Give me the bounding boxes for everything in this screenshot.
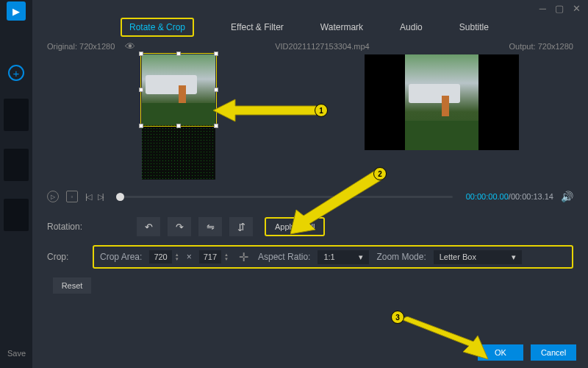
crop-width-input[interactable]: 720: [149, 250, 171, 263]
add-media-button[interactable]: +: [8, 65, 24, 81]
annotation-arrow: [290, 169, 386, 236]
editor-tabs: Rotate & Crop Effect & Filter Watermark …: [32, 16, 588, 38]
crop-area-label: Crop Area:: [100, 252, 142, 262]
rotate-left-button[interactable]: ↶: [137, 217, 160, 236]
rotation-label: Rotation:: [47, 222, 85, 232]
play-button[interactable]: ▷: [47, 191, 59, 202]
cancel-button[interactable]: Cancel: [531, 344, 576, 361]
filename-label: VID20211127153304.mp4: [275, 42, 369, 51]
center-crop-icon[interactable]: ✛: [236, 250, 251, 264]
crop-handle[interactable]: [214, 52, 218, 56]
crop-selection-box[interactable]: [140, 53, 217, 127]
times-label: ×: [187, 252, 192, 262]
timeline-slot[interactable]: [4, 99, 29, 131]
tab-rotate-crop[interactable]: Rotate & Crop: [121, 18, 194, 37]
prev-frame-button[interactable]: |◁: [85, 192, 90, 202]
seek-thumb[interactable]: [116, 193, 124, 201]
svg-marker-1: [290, 169, 384, 234]
zoom-mode-select[interactable]: Letter Box▾: [434, 250, 522, 264]
crop-label: Crop:: [47, 252, 85, 262]
minimize-icon[interactable]: ─: [539, 3, 546, 14]
annotation-badge-1: 1: [315, 104, 328, 117]
zoom-mode-label: Zoom Mode:: [376, 252, 426, 262]
stepper-icon[interactable]: ▲▼: [175, 252, 179, 261]
crop-handle[interactable]: [214, 88, 218, 92]
tab-audio[interactable]: Audio: [400, 22, 423, 32]
rotate-right-button[interactable]: ↷: [168, 217, 191, 236]
left-sidebar: ▶ + Save: [0, 0, 32, 368]
tab-watermark[interactable]: Watermark: [320, 22, 363, 32]
timeline-slot[interactable]: [4, 199, 29, 231]
annotation-badge-2: 2: [373, 167, 387, 180]
aspect-ratio-label: Aspect Ratio:: [258, 252, 310, 262]
crop-handle[interactable]: [139, 52, 143, 56]
output-dimensions: Output: 720x1280: [509, 42, 573, 51]
svg-marker-2: [401, 316, 488, 359]
output-preview: [310, 54, 573, 183]
window-controls: ─ ▢ ✕: [32, 0, 588, 16]
video-frame-image: [142, 125, 215, 180]
preview-eye-icon[interactable]: 👁: [125, 40, 135, 52]
crop-handle[interactable]: [139, 88, 143, 92]
annotation-badge-3: 3: [391, 311, 404, 324]
time-display: 00:00:00.00/00:00:13.14: [466, 192, 553, 201]
chevron-down-icon: ▾: [512, 252, 516, 262]
info-bar: Original: 720x1280 👁 VID20211127153304.m…: [32, 38, 588, 54]
stepper-icon[interactable]: ▲▼: [224, 252, 229, 261]
reset-button[interactable]: Reset: [53, 277, 91, 294]
next-frame-button[interactable]: ▷|: [98, 192, 103, 202]
original-dimensions: Original: 720x1280: [47, 42, 115, 51]
flip-vertical-button[interactable]: ⇵: [229, 217, 253, 236]
tab-effect-filter[interactable]: Effect & Filter: [231, 22, 284, 32]
aspect-ratio-select[interactable]: 1:1▾: [318, 250, 369, 264]
annotation-arrow: [213, 96, 316, 125]
crop-handle[interactable]: [176, 52, 181, 56]
stop-button[interactable]: ▫: [66, 191, 78, 202]
close-icon[interactable]: ✕: [573, 3, 581, 14]
annotation-arrow: [401, 316, 490, 361]
seek-track[interactable]: [116, 196, 453, 198]
crop-handle[interactable]: [176, 124, 181, 128]
chevron-down-icon: ▾: [359, 252, 363, 262]
save-label[interactable]: Save: [7, 349, 26, 358]
flip-horizontal-button[interactable]: ⇋: [198, 217, 222, 236]
crop-handle[interactable]: [139, 124, 143, 128]
tab-subtitle[interactable]: Subtitle: [459, 22, 489, 32]
app-logo-icon: ▶: [7, 1, 26, 21]
maximize-icon[interactable]: ▢: [555, 3, 564, 14]
svg-marker-0: [213, 99, 316, 121]
crop-row: Crop: Crop Area: 720 ▲▼ × 717 ▲▼ ✛ Aspec…: [47, 245, 573, 269]
volume-icon[interactable]: 🔊: [561, 191, 573, 202]
crop-height-input[interactable]: 717: [199, 250, 221, 263]
timeline-slot[interactable]: [4, 149, 29, 181]
